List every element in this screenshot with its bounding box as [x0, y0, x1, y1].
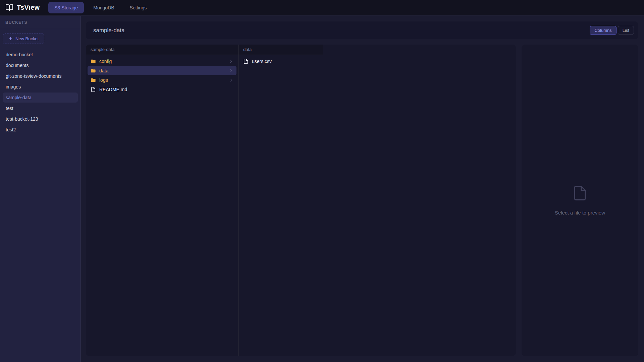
file-icon — [243, 59, 249, 64]
book-open-icon — [5, 4, 13, 12]
bucket-item-sample-data[interactable]: sample-data — [3, 93, 78, 103]
bucket-item-images[interactable]: images — [3, 82, 78, 92]
file-column-sample-data: sample-data config da — [86, 45, 238, 356]
file-name: README.md — [99, 87, 127, 92]
buckets-sidebar: BUCKETS New Bucket demo-bucket documents… — [0, 16, 81, 362]
bucket-list: demo-bucket documents git-zone-tsview-do… — [0, 50, 80, 135]
preview-placeholder-text: Select a file to preview — [555, 210, 605, 216]
folder-row-data[interactable]: data — [88, 66, 236, 75]
bucket-item-test-bucket-123[interactable]: test-bucket-123 — [3, 114, 78, 124]
column-body: users.csv — [238, 55, 323, 66]
file-preview-panel: Select a file to preview — [522, 45, 638, 356]
folder-row-config[interactable]: config — [88, 57, 236, 66]
folder-row-logs[interactable]: logs — [88, 75, 236, 84]
tab-mongodb[interactable]: MongoDB — [87, 2, 120, 13]
folder-name: logs — [99, 77, 108, 83]
top-navigation-bar: TsView S3 Storage MongoDB Settings — [0, 0, 644, 15]
tab-s3-storage[interactable]: S3 Storage — [48, 2, 84, 13]
folder-name: config — [99, 59, 112, 64]
file-row-readme[interactable]: README.md — [88, 85, 236, 94]
columns-empty-area — [323, 45, 516, 356]
file-icon — [91, 87, 96, 92]
bucket-item-test2[interactable]: test2 — [3, 125, 78, 135]
main-tabs: S3 Storage MongoDB Settings — [48, 2, 153, 13]
columns-view-button[interactable]: Columns — [590, 26, 616, 35]
file-placeholder-icon — [572, 185, 588, 202]
bucket-item-git-zone-tsview-documents[interactable]: git-zone-tsview-documents — [3, 71, 78, 81]
chevron-right-icon — [229, 59, 233, 64]
file-row-users-csv[interactable]: users.csv — [240, 57, 322, 66]
tab-settings[interactable]: Settings — [124, 2, 153, 13]
view-toggle: Columns List — [590, 26, 634, 35]
plus-icon — [8, 37, 13, 41]
bucket-item-demo-bucket[interactable]: demo-bucket — [3, 50, 78, 60]
bucket-item-documents[interactable]: documents — [3, 60, 78, 70]
page-title: sample-data — [93, 27, 125, 34]
app-title: TsView — [17, 4, 40, 11]
chevron-right-icon — [229, 78, 233, 82]
column-header: sample-data — [86, 45, 238, 55]
folder-name: data — [99, 68, 108, 73]
file-name: users.csv — [252, 59, 272, 64]
column-body: config data — [86, 55, 238, 94]
file-column-data: data users.csv — [238, 45, 323, 356]
bucket-header-card: sample-data Columns List — [86, 21, 638, 39]
list-view-button[interactable]: List — [618, 26, 634, 35]
folder-icon — [91, 68, 96, 73]
bucket-item-test[interactable]: test — [3, 103, 78, 113]
column-header: data — [238, 45, 323, 55]
folder-icon — [91, 59, 96, 64]
app-logo: TsView — [5, 4, 40, 12]
file-browser-columns-panel: sample-data config da — [86, 45, 516, 356]
new-bucket-label: New Bucket — [15, 36, 39, 41]
folder-icon — [91, 77, 96, 83]
new-bucket-button[interactable]: New Bucket — [3, 34, 44, 44]
chevron-right-icon — [229, 68, 233, 73]
buckets-section-title: BUCKETS — [0, 16, 80, 29]
